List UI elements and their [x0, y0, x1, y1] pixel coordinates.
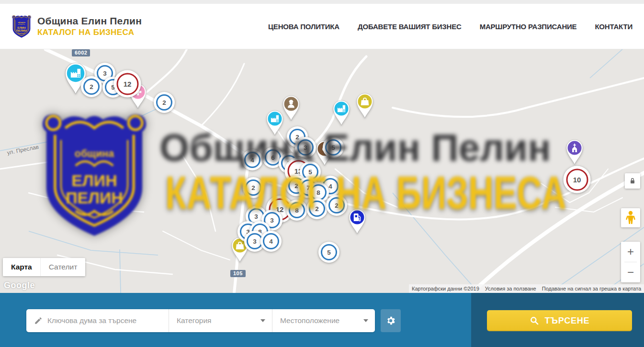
map-cluster-marker[interactable]: 10 [564, 166, 591, 193]
attribution-report-error-link[interactable]: Подаване на сигнал за грешка в картата [539, 284, 644, 293]
location-select-label: Местоположение [280, 316, 339, 325]
map-canvas[interactable]: 6002 105 ул. Преслав бул. „Новосел 32512… [0, 49, 644, 293]
google-logo[interactable]: Google [4, 280, 35, 291]
location-select[interactable]: Местоположение [272, 309, 375, 332]
window-top-strip [0, 0, 644, 4]
map-cluster-marker[interactable]: 5 [323, 137, 344, 158]
map-cluster-marker[interactable]: 2 [154, 92, 175, 113]
cluster-count: 4 [250, 157, 254, 164]
cluster-count: 5 [331, 144, 335, 151]
cluster-count: 4 [269, 238, 273, 245]
map-type-map-button[interactable]: Карта [3, 258, 40, 276]
factory-icon [330, 99, 352, 126]
gear-icon [385, 315, 396, 326]
attribution-copyright: Картографски данни ©2019 [409, 284, 482, 293]
map-cluster-marker[interactable]: 8 [286, 200, 307, 221]
map-cluster-marker[interactable]: 3 [295, 137, 316, 158]
map-pin-church[interactable] [564, 138, 586, 166]
keyword-field[interactable] [26, 309, 169, 332]
cluster-count: 4 [328, 183, 332, 190]
lock-icon [629, 177, 636, 185]
nav-contacts[interactable]: КОНТАКТИ [595, 22, 633, 31]
map-cluster-marker[interactable]: 4 [260, 231, 282, 252]
search-form: Категория Местоположение [26, 309, 375, 332]
cluster-count: 2 [90, 83, 93, 90]
pegman-icon [625, 211, 636, 225]
zoom-out-button[interactable]: − [621, 262, 640, 282]
category-select[interactable]: Категория [169, 309, 272, 332]
factory-icon [264, 109, 286, 136]
search-bar: Категория Местоположение ТЪРСЕНЕ [0, 293, 644, 347]
map-cluster-marker[interactable]: 12 [114, 70, 141, 98]
lock-button[interactable] [625, 173, 640, 189]
svg-text:община: община [18, 21, 25, 23]
map-type-control: Карта Сателит [3, 258, 85, 276]
search-submit-label: ТЪРСЕНЕ [545, 316, 590, 326]
keyword-search-input[interactable] [47, 316, 163, 325]
chevron-down-icon [363, 319, 368, 322]
advanced-settings-button[interactable] [381, 309, 401, 332]
zoom-control: + − [621, 242, 640, 282]
map-cluster-marker[interactable]: 4 [242, 149, 263, 170]
cluster-count: 12 [124, 80, 132, 88]
map-cluster-marker[interactable]: 2 [81, 76, 102, 97]
chevron-down-icon [260, 319, 265, 322]
attribution-terms-link[interactable]: Условия за ползване [482, 284, 539, 293]
cluster-count: 2 [315, 205, 319, 213]
main-nav: ЦЕНОВА ПОЛИТИКА ДОБАВЕТЕ ВАШИЯТ БИЗНЕС М… [268, 22, 633, 31]
fuel-icon [346, 207, 368, 235]
map-pin-factory[interactable] [264, 109, 286, 136]
bag-icon [354, 91, 376, 119]
map-cluster-marker[interactable]: 2 [243, 177, 264, 198]
svg-text:ПЕЛИН: ПЕЛИН [16, 29, 27, 32]
header: община ЕЛИН ПЕЛИН Община Елин Пелин КАТА… [0, 4, 644, 49]
municipality-emblem-icon: община ЕЛИН ПЕЛИН [11, 13, 33, 39]
cluster-count: 2 [335, 202, 339, 209]
cluster-count: 3 [103, 70, 107, 77]
zoom-in-button[interactable]: + [621, 242, 640, 262]
cluster-count: 8 [316, 189, 320, 196]
cluster-count: 2 [251, 184, 255, 191]
map-attribution: Картографски данни ©2019 Условия за полз… [409, 284, 644, 293]
svg-text:ЕЛИН: ЕЛИН [17, 26, 26, 29]
marker-layer: 3251222354671352274812822333834510 [0, 49, 644, 293]
cluster-count: 6 [271, 154, 275, 161]
map-cluster-marker[interactable]: 2 [306, 198, 328, 219]
cluster-count: 5 [308, 168, 312, 176]
cluster-count: 3 [304, 144, 307, 151]
map-cluster-marker[interactable]: 2 [326, 195, 347, 216]
site-logo[interactable]: община ЕЛИН ПЕЛИН Община Елин Пелин КАТА… [11, 13, 142, 39]
search-submit-button[interactable]: ТЪРСЕНЕ [487, 310, 632, 331]
cluster-count: 8 [295, 207, 299, 214]
cluster-count: 5 [327, 249, 331, 256]
cluster-count: 3 [254, 213, 258, 220]
category-select-label: Категория [177, 316, 211, 325]
magnifier-icon [530, 316, 539, 325]
cluster-count: 3 [253, 238, 257, 245]
church-icon [564, 138, 586, 166]
map-pin-fuel[interactable] [346, 207, 368, 235]
map-type-satellite-button[interactable]: Сателит [40, 258, 85, 276]
site-title: Община Елин Пелин [37, 15, 142, 27]
cluster-count: 10 [573, 176, 581, 184]
map-cluster-marker[interactable]: 5 [318, 242, 339, 263]
nav-add-your-business[interactable]: ДОБАВЕТЕ ВАШИЯТ БИЗНЕС [358, 22, 462, 31]
nav-route-schedule[interactable]: МАРШРУТНО РАЗПИСАНИЕ [480, 22, 577, 31]
map-pin-factory[interactable] [330, 99, 352, 126]
site-subtitle: КАТАЛОГ НА БИЗНЕСА [37, 28, 142, 37]
pegman-streetview-control[interactable] [621, 208, 640, 227]
map-pin-bag[interactable] [354, 91, 376, 119]
cluster-count: 2 [162, 99, 166, 106]
pencil-icon [34, 316, 43, 325]
cluster-count: 3 [270, 217, 274, 224]
nav-pricing-policy[interactable]: ЦЕНОВА ПОЛИТИКА [268, 22, 339, 31]
